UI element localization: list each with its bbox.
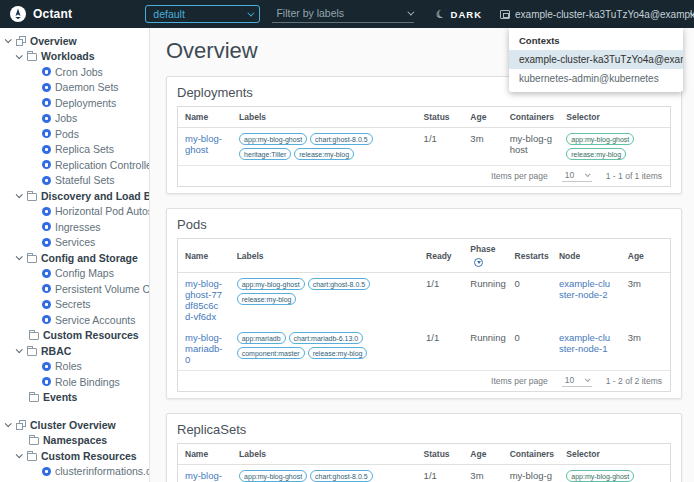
label-badge[interactable]: heritage:Tiller [239, 148, 291, 160]
chevron-down-icon [585, 171, 591, 177]
sidebar-item-ingresses[interactable]: Ingresses [0, 219, 149, 235]
replicaset-link[interactable]: my-blog-ghost-77df85c6cd [185, 470, 225, 482]
context-selector[interactable]: example-cluster-ka3TuTzYo4a@example-clus… [500, 9, 694, 20]
label-badge[interactable]: release:my-blog [237, 293, 297, 305]
age-cell: 3m [463, 128, 502, 166]
sidebar-item-clusterinformations[interactable]: clusterinformations.crd.projec [0, 464, 149, 480]
column-header-age: Age [463, 107, 502, 128]
sidebar-item-config-and-storage[interactable]: Config and Storage [0, 250, 149, 266]
selector-badge[interactable]: app:my-blog-ghost [566, 133, 634, 145]
column-header-status: Status [417, 444, 464, 465]
node-link[interactable]: example-cluster-node-1 [559, 332, 614, 354]
sidebar-item-persistent-volume-claims[interactable]: Persistent Volume Claims [0, 281, 149, 297]
sidebar-item-role-bindings[interactable]: Role Bindings [0, 374, 149, 390]
sidebar-item-secrets[interactable]: Secrets [0, 297, 149, 313]
namespace-value: default [153, 8, 185, 20]
sidebar-item-replica-sets[interactable]: Replica Sets [0, 142, 149, 158]
table-row: my-blog-ghost app:my-blog-ghost chart:gh… [178, 128, 670, 166]
selector-badge[interactable]: app:my-blog-ghost [566, 470, 634, 482]
sidebar-item-daemon-sets[interactable]: Daemon Sets [0, 80, 149, 96]
items-per-page-label: Items per page [491, 171, 548, 181]
sidebar-item-replication-controllers[interactable]: Replication Controllers [0, 157, 149, 173]
sidebar-item-workloads[interactable]: Workloads [0, 49, 149, 65]
chevron-down-icon[interactable] [16, 254, 23, 261]
items-per-page-select[interactable]: 10 [562, 375, 592, 387]
folder-icon [27, 453, 37, 461]
label-filter-input[interactable]: Filter by labels [272, 5, 413, 23]
sidebar-item-events[interactable]: Events [0, 390, 149, 406]
sidebar-item-horizontal-pod-autoscalers[interactable]: Horizontal Pod Autoscalers [0, 204, 149, 220]
selector-badge[interactable]: release:my-blog [566, 148, 626, 160]
sidebar-item-custom-resources[interactable]: Custom Resources [0, 328, 149, 344]
app-header: Octant default Filter by labels ☾ DARK e… [0, 0, 694, 28]
chevron-down-icon [585, 376, 591, 382]
sidebar-item-cron-jobs[interactable]: Cron Jobs [0, 64, 149, 80]
column-header-selector: Selector [559, 107, 670, 128]
column-header-restarts: Restarts [508, 239, 552, 273]
sidebar-item-service-accounts[interactable]: Service Accounts [0, 312, 149, 328]
label-badge[interactable]: chart:ghost-8.0.5 [310, 133, 373, 145]
contexts-dropdown-menu: Contexts example-cluster-ka3TuTzYo4a@exa… [509, 28, 683, 92]
theme-toggle-button[interactable]: ☾ DARK [436, 8, 482, 21]
pagination-range: 1 - 2 of 2 items [606, 376, 662, 386]
sidebar-item-cluster-custom-resources[interactable]: Custom Resources [0, 448, 149, 464]
chevron-down-icon[interactable] [16, 192, 23, 199]
namespace-select[interactable]: default [145, 5, 260, 23]
sidebar-item-stateful-sets[interactable]: Stateful Sets [0, 173, 149, 189]
sidebar-item-cluster-overview[interactable]: Cluster Overview [0, 417, 149, 433]
chevron-down-icon[interactable] [16, 52, 23, 59]
sidebar-item-services[interactable]: Services [0, 235, 149, 251]
label-badge[interactable]: app:mariadb [237, 332, 286, 344]
items-per-page-select[interactable]: 10 [562, 170, 592, 182]
app-logo: Octant [0, 6, 145, 22]
deployment-link[interactable]: my-blog-ghost [185, 133, 225, 155]
sidebar-item-roles[interactable]: Roles [0, 359, 149, 375]
column-header-containers: Containers [503, 444, 560, 465]
context-menu-item[interactable]: kubernetes-admin@kubernetes [509, 69, 683, 88]
folder-icon [27, 348, 37, 356]
label-badge[interactable]: chart:ghost-8.0.5 [308, 278, 371, 290]
roles-icon [42, 362, 51, 371]
chevron-down-icon[interactable] [16, 347, 23, 354]
sidebar-item-discovery-and-load-balancing[interactable]: Discovery and Load Balancing [0, 188, 149, 204]
column-header-labels: Labels [232, 444, 417, 465]
chevron-down-icon[interactable] [16, 452, 23, 459]
sidebar-item-rbac[interactable]: RBAC [0, 343, 149, 359]
table-row: my-blog-ghost-77df85c6cd app:my-blog-gho… [178, 465, 670, 482]
label-badge[interactable]: chart:ghost-8.0.5 [310, 470, 373, 482]
applications-icon [16, 420, 26, 430]
folder-icon [27, 255, 37, 263]
age-cell: 3m [621, 273, 670, 328]
filter-funnel-icon[interactable] [474, 258, 483, 267]
sidebar-item-overview[interactable]: Overview [0, 33, 149, 49]
label-badge[interactable]: release:my-blog [308, 347, 368, 359]
label-badge[interactable]: app:my-blog-ghost [237, 278, 305, 290]
chevron-down-icon[interactable] [5, 37, 12, 44]
sidebar-item-jobs[interactable]: Jobs [0, 111, 149, 127]
secrets-icon [42, 300, 51, 309]
sidebar-item-pods[interactable]: Pods [0, 126, 149, 142]
column-header-node: Node [552, 239, 621, 273]
sidebar-item-namespaces[interactable]: Namespaces [0, 433, 149, 449]
sidebar-item-config-maps[interactable]: Config Maps [0, 266, 149, 282]
node-link[interactable]: example-cluster-node-2 [559, 278, 614, 300]
pods-card: Pods Name Labels Ready Phase Restarts No… [166, 208, 682, 399]
column-header-containers: Containers [503, 107, 560, 128]
label-badge[interactable]: release:my-blog [294, 148, 354, 160]
pod-link[interactable]: my-blog-mariadb-0 [185, 332, 223, 365]
context-menu-item[interactable]: example-cluster-ka3TuTzYo4a@example-clu.… [509, 50, 683, 69]
sidebar-item-deployments[interactable]: Deployments [0, 95, 149, 111]
services-icon [42, 238, 51, 247]
deployments-datagrid: Name Labels Status Age Containers Select… [177, 106, 671, 187]
label-badge[interactable]: component:master [237, 347, 305, 359]
label-badge[interactable]: app:my-blog-ghost [239, 470, 307, 482]
label-badge[interactable]: app:my-blog-ghost [239, 133, 307, 145]
pod-link[interactable]: my-blog-ghost-77df85c6cd-vf6dx [185, 278, 223, 322]
cron-jobs-icon [42, 67, 51, 76]
folder-icon [29, 394, 39, 402]
restarts-cell: 0 [508, 273, 552, 328]
label-badge[interactable]: chart:mariadb-6.13.0 [289, 332, 364, 344]
chevron-down-icon[interactable] [5, 421, 12, 428]
column-header-phase: Phase [463, 239, 507, 273]
folder-icon [29, 437, 39, 445]
